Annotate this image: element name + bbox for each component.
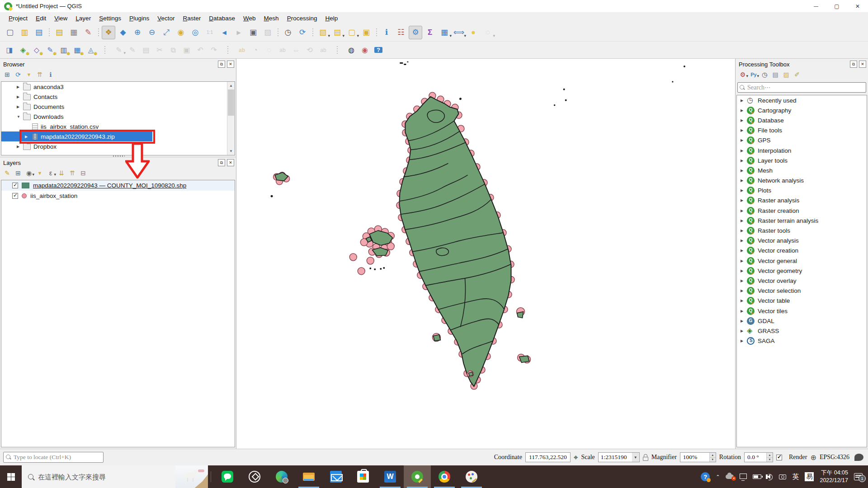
scrollbar-thumb[interactable] bbox=[228, 89, 234, 116]
layer-airbox-station[interactable]: iis_airbox_station bbox=[1, 191, 235, 201]
toolbox-group-vector-table[interactable]: Vector table bbox=[737, 296, 867, 306]
close-button[interactable] bbox=[847, 0, 868, 12]
ime-mode-button[interactable]: 易 bbox=[805, 472, 814, 481]
expand-arrow-icon[interactable] bbox=[741, 269, 747, 273]
toolbox-group-vector-selection[interactable]: Vector selection bbox=[737, 286, 867, 296]
spin-down-icon[interactable]: ▼ bbox=[766, 458, 773, 462]
expand-arrow-icon[interactable] bbox=[741, 149, 747, 153]
undo-button[interactable]: ↶ bbox=[194, 44, 207, 56]
toolbar-separator[interactable] bbox=[276, 26, 280, 39]
toolbox-group-raster-creation[interactable]: Raster creation bbox=[737, 206, 867, 216]
browser-item-airbox-csv[interactable]: iis_airbox_station.csv bbox=[1, 122, 235, 131]
expand-arrow-icon[interactable] bbox=[17, 105, 23, 109]
rotation-spinbox[interactable]: 0.0 ° ▲▼ bbox=[744, 452, 773, 462]
coordinate-input[interactable]: 117.763,22.520 bbox=[525, 452, 571, 462]
battery-icon[interactable] bbox=[753, 474, 761, 479]
taskbar-qgis[interactable] bbox=[404, 465, 431, 488]
expand-arrow-icon[interactable] bbox=[17, 115, 23, 119]
toolbox-group-recently-used[interactable]: Recently used bbox=[737, 95, 867, 105]
zoom-to-layer-button[interactable]: ◎ bbox=[189, 26, 202, 39]
expand-arrow-icon[interactable] bbox=[741, 339, 747, 343]
browser-add-layers-button[interactable]: ⊞ bbox=[2, 70, 12, 80]
layer-styling-button[interactable]: ✎ bbox=[2, 168, 12, 178]
expand-arrow-icon[interactable] bbox=[17, 145, 23, 149]
toolbar-separator[interactable] bbox=[99, 44, 111, 56]
map-tips-button[interactable]: ● bbox=[467, 26, 480, 39]
browser-item-dropbox[interactable]: Dropbox bbox=[1, 141, 235, 151]
spin-up-icon[interactable]: ▲ bbox=[766, 453, 773, 458]
expand-arrow-icon[interactable] bbox=[741, 319, 747, 323]
copy-features-button[interactable]: ⧉ bbox=[167, 44, 179, 56]
pan-to-selection-button[interactable]: ◆ bbox=[116, 26, 130, 39]
minimize-button[interactable] bbox=[806, 0, 826, 12]
volume-icon[interactable] bbox=[767, 474, 770, 479]
collapse-all-button[interactable]: ⇈ bbox=[67, 168, 77, 178]
expand-arrow-icon[interactable] bbox=[741, 259, 747, 263]
menu-help[interactable]: Help bbox=[321, 14, 342, 23]
expand-arrow-icon[interactable] bbox=[741, 188, 747, 192]
toolbar-separator[interactable] bbox=[47, 26, 51, 39]
menu-vector[interactable]: Vector bbox=[153, 14, 179, 23]
help-tray-icon[interactable]: ? bbox=[701, 472, 710, 481]
expand-arrow-icon[interactable] bbox=[741, 138, 747, 142]
zoom-out-button[interactable]: ⊖ bbox=[145, 26, 159, 39]
expand-arrow-icon[interactable] bbox=[741, 279, 747, 283]
select-by-value-button[interactable]: ▤ bbox=[330, 26, 344, 39]
scroll-up-icon[interactable]: ▲ bbox=[227, 82, 235, 89]
expand-arrow-icon[interactable] bbox=[741, 198, 747, 202]
zoom-next-button[interactable]: ▶ bbox=[232, 26, 245, 39]
toolbar-separator[interactable] bbox=[374, 26, 378, 39]
zoom-last-button[interactable]: ◀ bbox=[217, 26, 231, 39]
taskbar-search-input[interactable] bbox=[38, 473, 151, 481]
layer-diagram-button[interactable]: ◔ bbox=[249, 44, 262, 56]
edit-in-place-button[interactable]: ▨ bbox=[781, 70, 791, 80]
toggle-editing-button[interactable]: ✎ bbox=[126, 44, 139, 56]
toolbox-group-network-analysis[interactable]: Network analysis bbox=[737, 176, 867, 186]
python-scripts-button[interactable]: Py bbox=[749, 70, 759, 80]
float-panel-icon[interactable] bbox=[218, 61, 225, 68]
toolbox-group-vector-geometry[interactable]: Vector geometry bbox=[737, 266, 867, 276]
notification-center-icon[interactable] bbox=[854, 473, 863, 480]
layer-county-shp[interactable]: mapdata202209220943 — COUNTY_MOI_1090820… bbox=[1, 180, 235, 191]
toolbox-group-grass[interactable]: GRASS bbox=[737, 326, 867, 336]
metasearch-button[interactable]: ◍ bbox=[345, 44, 358, 56]
show-layout-manager-button[interactable]: ▦ bbox=[67, 26, 80, 39]
move-label-button[interactable]: ⇔ bbox=[290, 44, 302, 56]
scale-combobox[interactable]: 1:2315190 ▼ bbox=[598, 452, 640, 462]
toolbox-group-vector-overlay[interactable]: Vector overlay bbox=[737, 276, 867, 286]
deselect-features-button[interactable]: ▢ bbox=[345, 26, 359, 39]
toolbar-separator[interactable] bbox=[96, 26, 100, 39]
change-label-button[interactable]: ab bbox=[317, 44, 330, 56]
new-shapefile-layer-button[interactable]: ◇ bbox=[30, 44, 43, 56]
close-panel-icon[interactable] bbox=[859, 61, 866, 68]
close-panel-icon[interactable] bbox=[227, 61, 234, 68]
refresh-map-button[interactable]: ⟳ bbox=[296, 26, 309, 39]
render-checkbox[interactable] bbox=[776, 455, 782, 460]
browser-properties-button[interactable]: ℹ bbox=[46, 70, 56, 80]
taskbar-explorer[interactable] bbox=[295, 465, 322, 488]
extent-icon[interactable]: ⌖ bbox=[574, 453, 578, 462]
expand-arrow-icon[interactable] bbox=[741, 159, 747, 163]
camera-icon[interactable] bbox=[779, 474, 786, 479]
taskbar-line[interactable] bbox=[214, 465, 241, 488]
browser-item-anaconda3[interactable]: anaconda3 bbox=[1, 82, 235, 92]
map-canvas[interactable] bbox=[237, 59, 735, 449]
expand-arrow-icon[interactable] bbox=[741, 239, 747, 243]
lock-scale-icon[interactable] bbox=[643, 457, 648, 461]
expand-arrow-icon[interactable] bbox=[741, 249, 747, 253]
browser-item-mapdata-zip[interactable]: mapdata202209220943.zip bbox=[1, 131, 235, 141]
toolbox-options-button[interactable]: ✐ bbox=[792, 70, 802, 80]
expand-arrow-icon[interactable] bbox=[741, 229, 747, 233]
expand-arrow-icon[interactable] bbox=[17, 95, 23, 99]
zoom-to-selection-button[interactable]: ◉ bbox=[174, 26, 188, 39]
ime-language-button[interactable]: 英 bbox=[792, 473, 799, 481]
expand-arrow-icon[interactable] bbox=[741, 108, 747, 113]
spin-up-icon[interactable]: ▲ bbox=[709, 453, 716, 458]
annotations-button[interactable]: ◌ bbox=[481, 26, 495, 39]
results-viewer-button[interactable]: ▤ bbox=[770, 70, 780, 80]
toolbox-group-layer-tools[interactable]: Layer tools bbox=[737, 155, 867, 165]
pin-labels-button[interactable]: ◌ bbox=[263, 44, 275, 56]
crs-status[interactable]: EPSG:4326 bbox=[820, 454, 849, 461]
filter-legend-button[interactable]: ▼ bbox=[35, 168, 45, 178]
toolbar-separator[interactable] bbox=[311, 26, 315, 39]
